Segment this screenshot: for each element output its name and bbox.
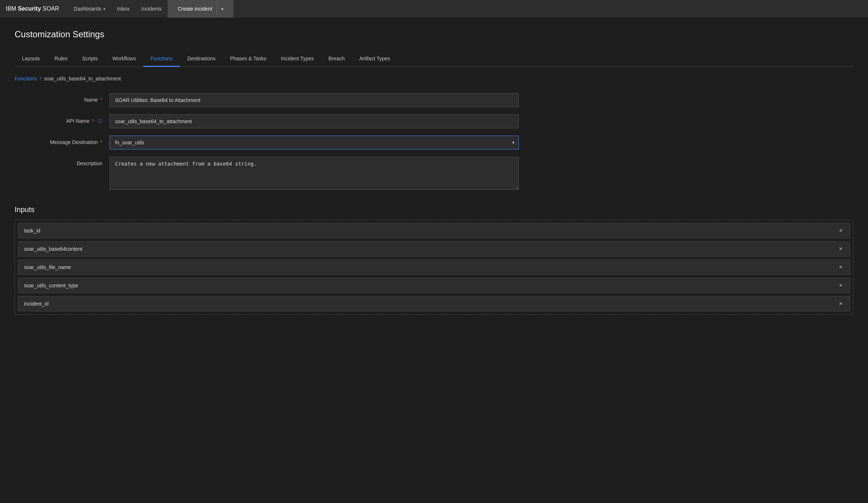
- nav-inbox-label: Inbox: [117, 6, 129, 12]
- tab-layouts[interactable]: Layouts: [15, 51, 47, 67]
- required-indicator: *: [92, 118, 94, 124]
- form-row-message-dest: Message Destination * fn_soar_utils ▾: [15, 136, 519, 150]
- breadcrumb-functions-link[interactable]: Functions: [15, 76, 37, 82]
- api-name-label: API Name * ⓘ: [15, 114, 110, 125]
- name-control: [110, 93, 519, 107]
- top-navigation: IBM Security SOAR Dashboards ▾ Inbox Inc…: [0, 0, 868, 18]
- input-tag-label: task_id: [24, 228, 40, 234]
- message-dest-label: Message Destination *: [15, 136, 110, 145]
- description-label: Description: [15, 157, 110, 166]
- tab-incident-types[interactable]: Incident Types: [274, 51, 321, 67]
- nav-create-incident[interactable]: Create incident ▾: [168, 0, 233, 18]
- input-tag-content-type: soar_utils_content_type ×: [18, 278, 850, 293]
- brand-name-suffix: SOAR: [41, 5, 59, 12]
- inputs-container: task_id × soar_utils_base64content × soa…: [15, 220, 853, 315]
- tab-scripts[interactable]: Scripts: [75, 51, 105, 67]
- nav-create-incident-label: Create incident: [174, 6, 217, 12]
- brand-name-bold: Security: [18, 5, 41, 12]
- page-content: Customization Settings Layouts Rules Scr…: [0, 18, 868, 326]
- message-dest-select[interactable]: fn_soar_utils: [110, 136, 519, 150]
- breadcrumb: Functions / soar_utils_base64_to_attachm…: [15, 76, 853, 82]
- form-row-api-name: API Name * ⓘ: [15, 114, 519, 128]
- name-label: Name *: [15, 93, 110, 103]
- info-icon[interactable]: ⓘ: [98, 118, 102, 124]
- remove-input-incident-id[interactable]: ×: [838, 301, 844, 307]
- nav-incidents-label: Incidents: [141, 6, 162, 12]
- tab-breach[interactable]: Breach: [321, 51, 352, 67]
- input-tag-label: soar_utils_file_name: [24, 264, 71, 270]
- remove-input-task-id[interactable]: ×: [838, 228, 844, 234]
- input-tag-task-id: task_id ×: [18, 223, 850, 238]
- nav-inbox[interactable]: Inbox: [111, 0, 135, 18]
- nav-incidents[interactable]: Incidents: [136, 0, 168, 18]
- tab-phases-tasks[interactable]: Phases & Tasks: [223, 51, 274, 67]
- input-tag-base64content: soar_utils_base64content ×: [18, 241, 850, 257]
- tab-artifact-types[interactable]: Artifact Types: [352, 51, 397, 67]
- function-form: Name * API Name * ⓘ Message Destination …: [15, 93, 519, 191]
- form-row-name: Name *: [15, 93, 519, 107]
- required-indicator: *: [100, 139, 102, 145]
- inputs-title: Inputs: [15, 205, 853, 214]
- input-tag-label: soar_utils_base64content: [24, 246, 83, 252]
- tab-rules[interactable]: Rules: [47, 51, 75, 67]
- remove-input-file-name[interactable]: ×: [838, 264, 844, 270]
- nav-dashboards[interactable]: Dashboards ▾: [68, 0, 111, 18]
- tab-functions[interactable]: Functions: [143, 51, 180, 67]
- description-control: Creates a new attachment from a base64 s…: [110, 157, 519, 191]
- input-tag-incident-id: incident_id ×: [18, 296, 850, 311]
- message-dest-select-wrapper: fn_soar_utils ▾: [110, 136, 519, 150]
- input-tag-label: soar_utils_content_type: [24, 283, 78, 288]
- brand-logo: IBM Security SOAR: [6, 5, 59, 12]
- form-row-description: Description Creates a new attachment fro…: [15, 157, 519, 191]
- page-title: Customization Settings: [15, 29, 853, 39]
- input-tag-label: incident_id: [24, 301, 49, 307]
- input-tag-file-name: soar_utils_file_name ×: [18, 260, 850, 275]
- inputs-section: Inputs task_id × soar_utils_base64conten…: [15, 205, 853, 315]
- remove-input-base64content[interactable]: ×: [838, 246, 844, 252]
- breadcrumb-separator: /: [40, 76, 41, 82]
- message-dest-control: fn_soar_utils ▾: [110, 136, 519, 150]
- tab-workflows[interactable]: Workflows: [105, 51, 143, 67]
- api-name-control: [110, 114, 519, 128]
- remove-input-content-type[interactable]: ×: [838, 283, 844, 288]
- chevron-down-icon: ▾: [217, 7, 228, 11]
- description-textarea[interactable]: Creates a new attachment from a base64 s…: [110, 157, 519, 190]
- api-name-input[interactable]: [110, 114, 519, 128]
- tab-destinations[interactable]: Destinations: [180, 51, 223, 67]
- chevron-down-icon: ▾: [103, 7, 105, 11]
- required-indicator: *: [100, 97, 102, 103]
- nav-dashboards-label: Dashboards: [74, 6, 102, 12]
- tabs-bar: Layouts Rules Scripts Workflows Function…: [15, 51, 853, 67]
- breadcrumb-current: soar_utils_base64_to_attachment: [44, 76, 121, 82]
- name-input[interactable]: [110, 93, 519, 107]
